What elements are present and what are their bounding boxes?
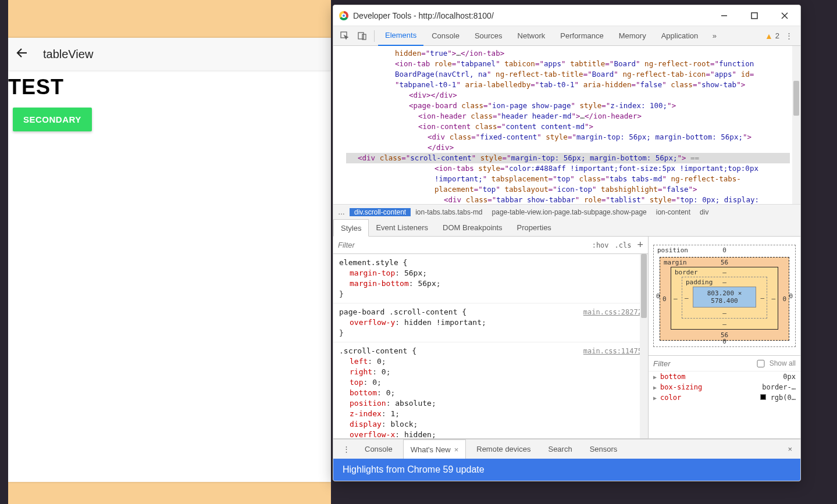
crumb-ellipsis[interactable]: … xyxy=(333,208,350,216)
rule-source-link[interactable]: main.css:11475 xyxy=(583,346,642,356)
subtab-styles[interactable]: Styles xyxy=(333,219,369,237)
tree-node[interactable]: <div class="tabbar show-tabbar" role="ta… xyxy=(348,195,790,204)
drawer-menu-icon[interactable]: ⋮ xyxy=(338,441,354,457)
tree-node[interactable]: <div class="fixed-content" style="margin… xyxy=(348,132,790,142)
elements-gutter xyxy=(333,46,346,204)
warning-icon: ▲ xyxy=(765,31,773,41)
chrome-icon xyxy=(339,11,348,20)
secondary-button[interactable]: SECONDARY xyxy=(13,108,92,131)
computed-list[interactable]: ▶bottom0px ▶box-sizingborder-… ▶color rg… xyxy=(649,371,800,438)
tree-node[interactable]: <div></div> xyxy=(348,90,790,101)
drawer-tab-remote[interactable]: Remote devices xyxy=(469,439,537,459)
css-rule[interactable]: main.css:11475 .scroll-content { left: 0… xyxy=(333,342,648,438)
tab-sources[interactable]: Sources xyxy=(468,26,510,46)
window-buttons xyxy=(714,8,795,24)
tab-performance[interactable]: Performance xyxy=(553,26,610,46)
tree-node[interactable]: <ion-tab role="tabpanel" tabicon="apps" … xyxy=(348,59,790,69)
svg-rect-1 xyxy=(751,13,757,19)
hov-toggle[interactable]: :hov xyxy=(592,241,609,249)
tab-application[interactable]: Application xyxy=(654,26,706,46)
svg-rect-5 xyxy=(358,33,364,39)
tree-node[interactable]: <ion-content class="content content-md"> xyxy=(348,121,790,132)
warnings-badge[interactable]: ▲2 xyxy=(765,31,779,41)
styles-rules[interactable]: element.style { margin-top: 56px; margin… xyxy=(333,254,648,438)
subtab-event-listeners[interactable]: Event Listeners xyxy=(369,219,436,236)
whats-new-banner: Highlights from Chrome 59 update xyxy=(333,459,800,481)
styles-subtabs: Styles Event Listeners DOM Breakpoints P… xyxy=(333,219,800,237)
crumb[interactable]: ion-tabs.tabs.tabs-md xyxy=(411,208,487,216)
drawer-tab-search[interactable]: Search xyxy=(541,439,579,459)
tree-node[interactable]: <page-board class="ion-page show-page" s… xyxy=(348,101,790,111)
cls-toggle[interactable]: .cls xyxy=(615,241,632,249)
computed-row[interactable]: ▶color rgb(0… xyxy=(649,392,800,403)
banner-text: Highlights from Chrome 59 update xyxy=(343,464,485,475)
styles-filter-bar: :hov .cls + xyxy=(333,237,648,254)
crumb[interactable]: div xyxy=(695,208,713,216)
elements-tree-pane[interactable]: hidden="true">…</ion-tab> <ion-tab role=… xyxy=(333,46,800,204)
tree-node[interactable]: BoardPage(navCtrl, na" ng-reflect-tab-ti… xyxy=(348,69,790,80)
styles-panel: :hov .cls + element.style { margin-top: … xyxy=(333,237,648,438)
devtools-titlebar: Developer Tools - http://localhost:8100/ xyxy=(333,5,800,26)
vertical-scrollbar[interactable] xyxy=(640,254,648,438)
tab-network[interactable]: Network xyxy=(511,26,553,46)
breadcrumb: … div.scroll-content ion-tabs.tabs.tabs-… xyxy=(333,204,800,219)
close-button[interactable] xyxy=(775,8,795,24)
drawer-tab-sensors[interactable]: Sensors xyxy=(583,439,625,459)
more-tabs-icon[interactable]: » xyxy=(706,28,722,44)
tree-node[interactable]: !important;" tabsplacement="top" class="… xyxy=(348,174,790,184)
maximize-button[interactable] xyxy=(745,8,764,24)
crumb[interactable]: page-table-view.ion-page.tab-subpage.sho… xyxy=(487,208,651,216)
tab-console[interactable]: Console xyxy=(425,26,466,46)
drawer-close-icon[interactable]: × xyxy=(784,445,796,453)
elements-tree[interactable]: hidden="true">…</ion-tab> <ion-tab role=… xyxy=(346,46,792,204)
back-icon[interactable] xyxy=(15,46,29,62)
show-all-label: Show all xyxy=(770,359,796,367)
divider xyxy=(374,30,375,42)
show-all-checkbox[interactable] xyxy=(756,360,766,367)
tab-memory[interactable]: Memory xyxy=(612,26,653,46)
new-rule-icon[interactable]: + xyxy=(637,239,643,251)
rule-source-link[interactable]: main.css:28272 xyxy=(583,307,642,317)
tree-node[interactable]: "tabpanel-t0-1" aria-labelledby="tab-t0-… xyxy=(348,80,790,90)
tree-node[interactable]: </div> xyxy=(348,142,790,153)
subtab-dom-breakpoints[interactable]: DOM Breakpoints xyxy=(436,219,510,236)
tab-elements[interactable]: Elements xyxy=(378,26,423,46)
styles-row: :hov .cls + element.style { margin-top: … xyxy=(333,237,800,439)
css-rule[interactable]: element.style { margin-top: 56px; margin… xyxy=(333,254,648,303)
minimize-button[interactable] xyxy=(714,8,734,24)
styles-filter-input[interactable] xyxy=(338,241,586,249)
computed-panel: position 0 margin 56 56 0 0 border – – – xyxy=(648,237,800,438)
box-model-content: 803.200 × 578.400 xyxy=(693,287,756,308)
devtools-main-tabs: Elements Console Sources Network Perform… xyxy=(333,26,800,46)
tree-node[interactable]: hidden="true">…</ion-tab> xyxy=(348,48,790,59)
computed-filter-bar: Show all xyxy=(649,355,800,371)
tree-node[interactable]: <ion-tabs style="color:#488aff !importan… xyxy=(348,163,790,174)
drawer-tab-whatsnew[interactable]: What's New× xyxy=(403,439,466,459)
computed-filter-input[interactable] xyxy=(653,359,752,368)
crumb[interactable]: ion-content xyxy=(651,208,695,216)
scrollbar-thumb[interactable] xyxy=(793,81,799,116)
mobile-app: tableView TEST SECONDARY xyxy=(8,38,331,482)
mobile-content: TEST SECONDARY xyxy=(8,75,331,482)
vertical-scrollbar[interactable] xyxy=(792,46,800,204)
drawer-tab-console[interactable]: Console xyxy=(358,439,400,459)
inspect-icon[interactable] xyxy=(337,28,353,44)
crumb-selected[interactable]: div.scroll-content xyxy=(350,208,411,216)
computed-row[interactable]: ▶bottom0px xyxy=(649,371,800,382)
tree-node[interactable]: placement="top" tabslayout="icon-top" ta… xyxy=(348,184,790,195)
computed-row[interactable]: ▶box-sizingborder-… xyxy=(649,382,800,392)
device-toggle-icon[interactable] xyxy=(354,28,371,44)
drawer-tabs: ⋮ Console What's New× Remote devices Sea… xyxy=(333,439,800,459)
close-tab-icon[interactable]: × xyxy=(454,445,459,454)
css-rule[interactable]: main.css:28272 page-board .scroll-conten… xyxy=(333,303,648,342)
mobile-heading: TEST xyxy=(8,75,331,99)
scrollbar-thumb[interactable] xyxy=(641,254,647,318)
tree-node[interactable]: <ion-header class="header header-md">…</… xyxy=(348,111,790,121)
tree-node-selected[interactable]: <div class="scroll-content" style="margi… xyxy=(346,153,790,163)
mobile-preview-frame: tableView TEST SECONDARY xyxy=(8,0,331,504)
kebab-menu-icon[interactable]: ⋮ xyxy=(781,28,797,44)
mobile-header: tableView xyxy=(8,38,331,70)
box-model[interactable]: position 0 margin 56 56 0 0 border – – – xyxy=(649,237,800,355)
color-swatch[interactable] xyxy=(760,394,766,400)
subtab-properties[interactable]: Properties xyxy=(510,219,559,236)
